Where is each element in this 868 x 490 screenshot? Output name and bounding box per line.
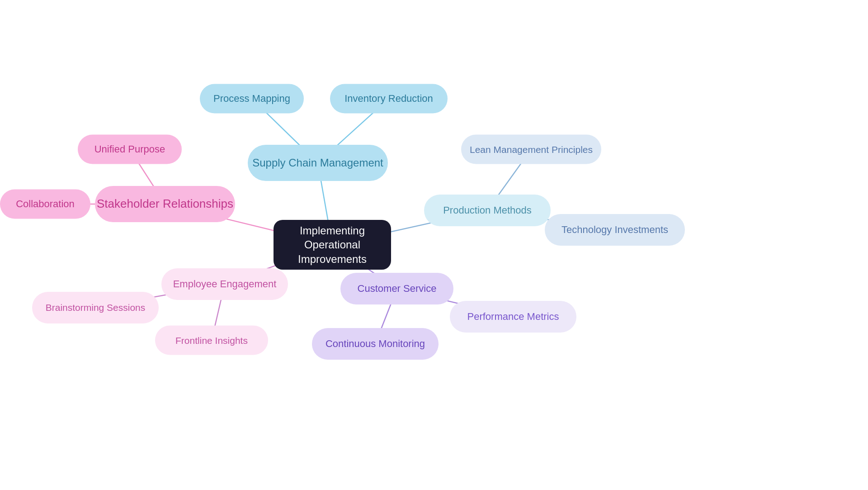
- supply-chain-node: Supply Chain Management: [248, 145, 388, 181]
- center-label: Implementing Operational Improvements: [274, 219, 391, 271]
- process-mapping-label: Process Mapping: [213, 92, 290, 105]
- unified-purpose-label: Unified Purpose: [94, 143, 165, 156]
- collaboration-label: Collaboration: [16, 198, 75, 211]
- performance-metrics-node: Performance Metrics: [450, 301, 576, 333]
- inventory-reduction-label: Inventory Reduction: [344, 92, 433, 105]
- collaboration-node: Collaboration: [0, 190, 90, 219]
- customer-service-node: Customer Service: [340, 273, 453, 304]
- employee-engagement-node: Employee Engagement: [161, 268, 288, 300]
- lean-management-node: Lean Management Principles: [461, 135, 601, 164]
- unified-purpose-node: Unified Purpose: [78, 135, 182, 164]
- lean-management-label: Lean Management Principles: [470, 143, 593, 155]
- stakeholder-relationships-label: Stakeholder Relationships: [97, 196, 233, 212]
- frontline-insights-node: Frontline Insights: [155, 326, 268, 355]
- center-node: Implementing Operational Improvements: [274, 220, 391, 270]
- stakeholder-relationships-node: Stakeholder Relationships: [95, 186, 235, 222]
- inventory-reduction-node: Inventory Reduction: [330, 84, 448, 114]
- continuous-monitoring-label: Continuous Monitoring: [326, 338, 425, 351]
- brainstorming-sessions-node: Brainstorming Sessions: [32, 292, 159, 323]
- technology-investments-label: Technology Investments: [561, 224, 668, 237]
- supply-chain-label: Supply Chain Management: [252, 156, 383, 170]
- process-mapping-node: Process Mapping: [200, 84, 304, 114]
- production-methods-label: Production Methods: [443, 204, 532, 217]
- brainstorming-sessions-label: Brainstorming Sessions: [46, 301, 146, 314]
- employee-engagement-label: Employee Engagement: [173, 278, 277, 291]
- technology-investments-node: Technology Investments: [545, 214, 685, 246]
- performance-metrics-label: Performance Metrics: [467, 310, 559, 323]
- customer-service-label: Customer Service: [358, 282, 437, 295]
- frontline-insights-label: Frontline Insights: [175, 334, 248, 346]
- production-methods-node: Production Methods: [424, 195, 551, 226]
- continuous-monitoring-node: Continuous Monitoring: [312, 328, 439, 360]
